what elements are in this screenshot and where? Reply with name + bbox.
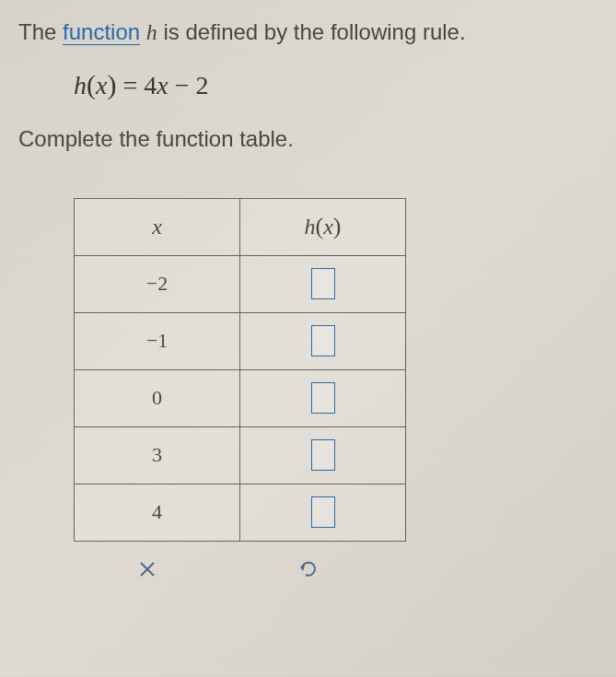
answer-input[interactable] [311,268,335,299]
table-row: 0 [75,369,406,426]
header-open-paren: ( [316,213,324,239]
header-x-label: x [152,215,162,239]
table-row: −1 [75,312,406,369]
eq-close-paren: ) [107,69,116,99]
header-hx-func: h [305,215,316,239]
hx-value-cell [240,426,406,484]
hx-value-cell [240,312,406,369]
hx-value-cell [240,484,406,541]
intro-prefix: The [18,19,63,44]
table-header-row: x h(x) [75,198,406,255]
intro-suffix: is defined by the following rule. [157,19,466,44]
intro-var: h [146,20,157,44]
eq-open-paren: ( [87,69,96,99]
function-link[interactable]: function [63,19,140,45]
x-value-cell: 4 [75,484,240,541]
eq-arg: x [96,71,107,99]
eq-func: h [74,71,87,99]
intro-mid [140,19,146,44]
answer-input[interactable] [311,496,335,528]
function-table-wrap: x h(x) −2 −1 0 3 4 [74,198,598,542]
eq-var2: x [157,71,168,99]
instruction-text: Complete the function table. [18,126,598,152]
header-close-paren: ) [333,213,342,239]
eq-equals: = [116,71,144,99]
table-row: 3 [75,426,406,484]
bottom-controls [74,558,598,580]
hx-value-cell [240,255,406,312]
close-icon[interactable] [136,558,158,580]
table-row: 4 [75,484,406,541]
eq-const: 2 [195,71,208,99]
table-row: −2 [75,255,406,312]
answer-input[interactable] [311,439,335,471]
x-value-cell: −1 [75,312,240,369]
function-table: x h(x) −2 −1 0 3 4 [74,198,406,542]
answer-input[interactable] [311,325,335,356]
eq-coef: 4 [144,71,157,99]
equation: h(x) = 4x − 2 [74,69,598,100]
answer-input[interactable] [311,382,335,414]
eq-op: − [169,71,196,99]
x-value-cell: 3 [75,426,240,484]
svg-marker-2 [300,566,305,571]
header-hx: h(x) [240,198,406,255]
x-value-cell: −2 [75,255,240,312]
hx-value-cell [240,369,406,426]
undo-icon[interactable] [296,558,319,580]
header-hx-arg: x [323,215,333,239]
header-x: x [75,198,240,255]
intro-text: The function h is defined by the followi… [18,17,598,49]
x-value-cell: 0 [75,369,240,426]
